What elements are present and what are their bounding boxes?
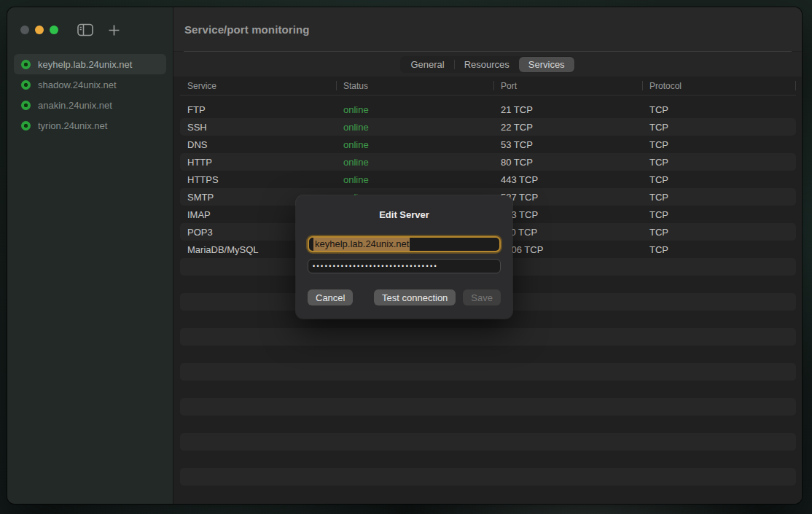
cell-port: 53 TCP <box>493 139 642 150</box>
table-row-https[interactable]: HTTPS online 443 TCP TCP <box>180 171 796 188</box>
sidebar-item-shadow[interactable]: shadow.24unix.net <box>14 74 166 95</box>
table-row-ssh[interactable]: SSH online 22 TCP TCP <box>180 118 796 136</box>
tab-resources[interactable]: Resources <box>455 57 519 72</box>
cell-protocol: TCP <box>642 157 796 168</box>
server-label: anakin.24unix.net <box>38 100 112 111</box>
server-status-icon <box>21 101 31 110</box>
cell-protocol: TCP <box>642 139 796 150</box>
server-status-icon <box>21 80 31 90</box>
desktop: { "window": { "traffic_lights": { "close… <box>0 0 812 514</box>
cell-status: online <box>336 122 493 133</box>
zoom-button[interactable] <box>50 26 58 34</box>
toggle-sidebar-button[interactable] <box>77 23 93 36</box>
cell-protocol: TCP <box>642 227 796 238</box>
server-label: tyrion.24unix.net <box>38 120 107 131</box>
cell-status: online <box>336 139 493 150</box>
column-header-service: Service <box>180 77 336 95</box>
sidebar-item-keyhelp[interactable]: keyhelp.lab.24unix.net <box>14 54 166 74</box>
add-server-button[interactable] <box>108 24 120 36</box>
cell-protocol: TCP <box>642 192 796 203</box>
sidebar-titlebar <box>7 7 173 52</box>
cell-port: 3306 TCP <box>493 244 642 255</box>
table-row-ftp[interactable]: FTP online 21 TCP TCP <box>180 101 796 118</box>
cell-port: 110 TCP <box>493 227 642 238</box>
cell-port: 587 TCP <box>493 192 642 203</box>
server-address-input[interactable]: keyhelp.lab.24unix.net <box>308 236 501 252</box>
close-button[interactable] <box>20 26 29 34</box>
edit-server-dialog: Edit Server keyhelp.lab.24unix.net •••••… <box>296 195 512 319</box>
cell-status: online <box>336 157 493 168</box>
save-button[interactable]: Save <box>463 289 501 305</box>
empty-row <box>180 398 796 416</box>
cell-protocol: TCP <box>642 174 796 185</box>
empty-row <box>180 363 796 381</box>
empty-row <box>180 328 796 346</box>
column-header-protocol: Protocol <box>642 77 796 95</box>
column-header-status: Status <box>336 77 493 95</box>
tabs-bar: General Resources Services <box>173 52 802 77</box>
server-list: keyhelp.lab.24unix.net shadow.24unix.net… <box>7 52 173 137</box>
password-input[interactable]: ••••••••••••••••••••••••••••••• <box>308 259 501 273</box>
minimize-button[interactable] <box>35 26 44 34</box>
tab-general[interactable]: General <box>401 57 453 72</box>
cell-service: FTP <box>180 104 336 115</box>
cancel-button[interactable]: Cancel <box>308 289 353 305</box>
cell-service: DNS <box>180 139 336 150</box>
empty-row <box>180 416 796 433</box>
segmented-control: General Resources Services <box>400 56 574 73</box>
cell-port: 21 TCP <box>493 104 642 115</box>
sidebar-item-anakin[interactable]: anakin.24unix.net <box>14 95 166 115</box>
column-header-port: Port <box>493 77 642 95</box>
empty-row <box>180 486 796 503</box>
page-title: Service/port monitoring <box>184 23 310 36</box>
cell-protocol: TCP <box>642 244 796 255</box>
cell-port: 143 TCP <box>493 209 642 220</box>
traffic-lights <box>20 26 58 34</box>
cell-status: online <box>336 174 493 185</box>
cell-port: 22 TCP <box>493 122 642 133</box>
plus-icon <box>108 24 120 36</box>
dialog-title: Edit Server <box>308 209 501 220</box>
table-row-dns[interactable]: DNS online 53 TCP TCP <box>180 136 796 153</box>
sidebar-item-tyrion[interactable]: tyrion.24unix.net <box>14 115 166 136</box>
cell-protocol: TCP <box>642 122 796 133</box>
masked-password-text: ••••••••••••••••••••••••••••••• <box>313 262 438 270</box>
empty-row <box>180 433 796 451</box>
empty-row <box>180 381 796 398</box>
cell-port: 80 TCP <box>493 157 642 168</box>
tab-services[interactable]: Services <box>519 57 574 72</box>
sidebar-toggle-icon <box>77 23 93 36</box>
test-connection-button[interactable]: Test connection <box>374 289 456 305</box>
table-header: Service Status Port Protocol <box>180 77 796 96</box>
server-label: keyhelp.lab.24unix.net <box>38 59 132 70</box>
table-row-http[interactable]: HTTP online 80 TCP TCP <box>180 153 796 171</box>
empty-row <box>180 451 796 468</box>
selected-text: keyhelp.lab.24unix.net <box>313 238 410 251</box>
cell-status: online <box>336 104 493 115</box>
server-status-icon <box>21 121 31 131</box>
titlebar: Service/port monitoring <box>173 7 802 51</box>
cell-service: HTTP <box>180 157 336 168</box>
empty-row <box>180 346 796 363</box>
cell-protocol: TCP <box>642 209 796 220</box>
cell-port: 443 TCP <box>493 174 642 185</box>
empty-row <box>180 468 796 486</box>
server-status-icon <box>21 60 31 69</box>
cell-service: SSH <box>180 122 336 133</box>
sidebar: keyhelp.lab.24unix.net shadow.24unix.net… <box>7 7 173 504</box>
dialog-buttons: Cancel Test connection Save <box>308 289 501 305</box>
cell-protocol: TCP <box>642 104 796 115</box>
server-label: shadow.24unix.net <box>38 79 117 90</box>
cell-service: HTTPS <box>180 174 336 185</box>
